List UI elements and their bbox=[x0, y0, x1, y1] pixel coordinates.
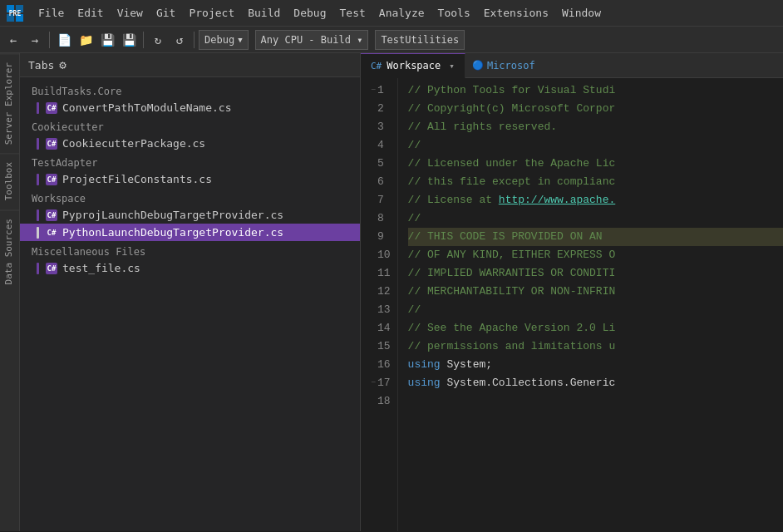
panel-header: Tabs ⚙ bbox=[20, 53, 360, 77]
open-button[interactable]: 📁 bbox=[76, 30, 96, 50]
file-bar-icon-4 bbox=[37, 209, 39, 221]
forward-button[interactable]: → bbox=[25, 30, 45, 50]
group-label-testadapter: TestAdapter bbox=[20, 152, 360, 170]
debug-config-label: Debug bbox=[204, 34, 234, 46]
tab-cs-icon: C# bbox=[371, 61, 382, 71]
menu-analyze[interactable]: Analyze bbox=[372, 3, 431, 22]
menu-window[interactable]: Window bbox=[555, 3, 608, 22]
tab2-cs-icon: 🔵 bbox=[472, 60, 484, 71]
editor-tab-bar: C# Workspace ▾ 🔵 Microsof bbox=[361, 53, 783, 78]
svg-text:PRE: PRE bbox=[9, 10, 22, 17]
file-name-5: PythonLaunchDebugTargetProvider.cs bbox=[62, 226, 283, 239]
debug-dropdown-arrow: ▼ bbox=[238, 36, 242, 44]
tree-item-cookiecutter[interactable]: C# CookiecutterPackage.cs bbox=[20, 135, 360, 152]
tree-item-pyproj[interactable]: C# PyprojLaunchDebugTargetProvider.cs bbox=[20, 206, 360, 224]
code-line-4: // bbox=[408, 136, 783, 155]
code-line-9: // THIS CODE IS PROVIDED ON AN bbox=[408, 228, 783, 246]
cs-file-icon-2: C# bbox=[46, 138, 57, 150]
settings-icon[interactable]: ⚙ bbox=[59, 58, 66, 71]
file-bar-icon-3 bbox=[37, 174, 39, 185]
code-line-3: // All rights reserved. bbox=[408, 118, 783, 136]
file-bar-icon-5 bbox=[37, 227, 39, 239]
tree-item-projectfile[interactable]: C# ProjectFileConstants.cs bbox=[20, 170, 360, 188]
save-button[interactable]: 💾 bbox=[97, 30, 117, 50]
file-bar-icon-6 bbox=[37, 263, 39, 274]
menu-debug[interactable]: Debug bbox=[287, 3, 332, 22]
code-content[interactable]: // Python Tools for Visual Studi // Copy… bbox=[398, 78, 783, 531]
tree-item-testfile[interactable]: C# test_file.cs bbox=[20, 259, 360, 277]
file-name-3: ProjectFileConstants.cs bbox=[62, 173, 212, 185]
menu-bar: PRE File Edit View Git Project Build Deb… bbox=[0, 0, 783, 27]
app-logo: PRE bbox=[3, 2, 27, 25]
tree-item-pythonlaunch[interactable]: C# PythonLaunchDebugTargetProvider.cs bbox=[20, 224, 360, 241]
editor-area: C# Workspace ▾ 🔵 Microsof −1 2 3 4 5 6 7… bbox=[361, 53, 783, 531]
code-line-12: // MERCHANTABILITY OR NON-INFRIN bbox=[408, 283, 783, 301]
code-line-1: // Python Tools for Visual Studi bbox=[408, 81, 783, 100]
editor-code: −1 2 3 4 5 6 7 8 9 10 11 12 13 14 15 16 … bbox=[361, 78, 783, 531]
vertical-tabs: Server Explorer Toolbox Data Sources bbox=[0, 53, 20, 531]
tree-item-converpath[interactable]: C# ConvertPathToModuleName.cs bbox=[20, 99, 360, 116]
solution-panel: Tabs ⚙ BuildTasks.Core C# ConvertPathToM… bbox=[20, 53, 361, 531]
menu-view[interactable]: View bbox=[111, 3, 150, 22]
cs-file-icon: C# bbox=[46, 102, 57, 114]
server-explorer-tab[interactable]: Server Explorer bbox=[0, 53, 19, 153]
startup-project-label: TestUtilities bbox=[381, 34, 459, 46]
group-label-cookiecutter: Cookiecutter bbox=[20, 116, 360, 135]
platform-label: Any CPU - Build ▾ bbox=[261, 34, 363, 46]
group-label-buildtasks: BuildTasks.Core bbox=[20, 81, 360, 99]
code-line-10: // OF ANY KIND, EITHER EXPRESS O bbox=[408, 246, 783, 264]
group-label-workspace: Workspace bbox=[20, 188, 360, 206]
redo-button[interactable]: ↺ bbox=[170, 30, 190, 50]
code-line-5: // Licensed under the Apache Lic bbox=[408, 155, 783, 173]
menu-project[interactable]: Project bbox=[182, 3, 241, 22]
back-button[interactable]: ← bbox=[3, 30, 23, 50]
toolbar-separator-3 bbox=[194, 32, 195, 48]
panel-content: BuildTasks.Core C# ConvertPathToModuleNa… bbox=[20, 77, 360, 531]
code-line-18: using System.Collections.Generic bbox=[408, 374, 783, 392]
apache-link[interactable]: http://www.apache. bbox=[499, 194, 615, 206]
tab2-label: Microsof bbox=[487, 60, 535, 71]
startup-project-dropdown[interactable]: TestUtilities bbox=[375, 30, 465, 50]
undo-button[interactable]: ↻ bbox=[148, 30, 168, 50]
menu-tools[interactable]: Tools bbox=[431, 3, 477, 22]
cs-file-icon-3: C# bbox=[46, 174, 57, 185]
file-bar-icon bbox=[37, 102, 39, 114]
menu-edit[interactable]: Edit bbox=[71, 3, 110, 22]
debug-config-dropdown[interactable]: Debug ▼ bbox=[199, 30, 249, 50]
cs-file-icon-4: C# bbox=[46, 209, 57, 221]
menu-build[interactable]: Build bbox=[241, 3, 287, 22]
platform-dropdown[interactable]: Any CPU - Build ▾ bbox=[255, 30, 369, 50]
tab-label: Workspace bbox=[387, 60, 441, 71]
code-line-14: // See the Apache Version 2.0 Li bbox=[408, 319, 783, 337]
editor-tab-workspace[interactable]: C# Workspace ▾ bbox=[361, 53, 465, 78]
line-numbers: −1 2 3 4 5 6 7 8 9 10 11 12 13 14 15 16 … bbox=[361, 78, 398, 531]
code-line-8: // bbox=[408, 209, 783, 228]
panel-title: Tabs bbox=[28, 59, 54, 71]
tab-dropdown-arrow[interactable]: ▾ bbox=[449, 61, 455, 71]
code-line-2: // Copyright(c) Microsoft Corpor bbox=[408, 100, 783, 118]
toolbar-separator-2 bbox=[143, 32, 144, 48]
data-sources-tab[interactable]: Data Sources bbox=[0, 209, 19, 293]
code-line-17: using System; bbox=[408, 356, 783, 374]
file-name-6: test_file.cs bbox=[62, 262, 140, 274]
toolbar: ← → 📄 📁 💾 💾 ↻ ↺ Debug ▼ Any CPU - Build … bbox=[0, 27, 783, 53]
toolbar-separator-1 bbox=[49, 32, 50, 48]
code-line-6: // this file except in complianc bbox=[408, 173, 783, 191]
group-label-misc: Miscellaneous Files bbox=[20, 241, 360, 259]
menu-test[interactable]: Test bbox=[333, 3, 372, 22]
menu-extensions[interactable]: Extensions bbox=[477, 3, 555, 22]
code-line-11: // IMPLIED WARRANTIES OR CONDITI bbox=[408, 264, 783, 283]
file-name: ConvertPathToModuleName.cs bbox=[62, 101, 232, 114]
main-layout: Server Explorer Toolbox Data Sources Tab… bbox=[0, 53, 783, 531]
code-line-7: // License at http://www.apache. bbox=[408, 191, 783, 209]
save-all-button[interactable]: 💾 bbox=[119, 30, 139, 50]
menu-git[interactable]: Git bbox=[150, 3, 182, 22]
new-file-button[interactable]: 📄 bbox=[54, 30, 74, 50]
code-line-15: // permissions and limitations u bbox=[408, 337, 783, 356]
menu-file[interactable]: File bbox=[32, 3, 71, 22]
file-bar-icon-2 bbox=[37, 138, 39, 150]
file-name-2: CookiecutterPackage.cs bbox=[62, 137, 205, 150]
toolbox-tab[interactable]: Toolbox bbox=[0, 153, 19, 209]
cs-file-icon-5: C# bbox=[46, 227, 57, 239]
editor-tab-microsoft[interactable]: 🔵 Microsof bbox=[465, 53, 542, 78]
